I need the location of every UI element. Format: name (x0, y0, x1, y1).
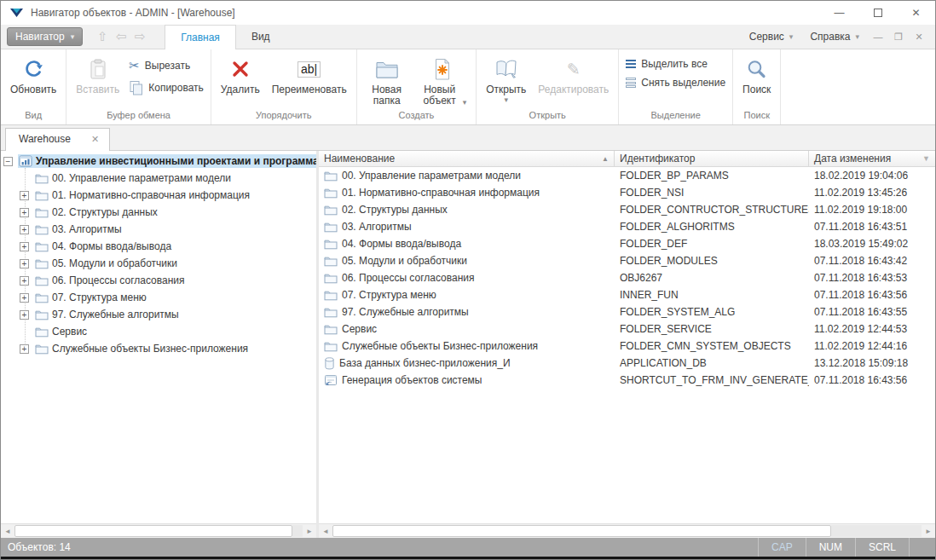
cell-name: 97. Служебные алгоритмы (342, 306, 469, 318)
ribbon-group-clipboard: Вставить ✂ Вырезать Коп (66, 49, 211, 124)
edit-button[interactable]: ✎ Редактировать (532, 52, 615, 95)
table-row[interactable]: 00. Управление параметрами модели FOLDER… (319, 167, 935, 184)
go-forward-button[interactable]: ⇨ (132, 29, 147, 44)
expand-icon[interactable] (20, 344, 29, 354)
expand-icon[interactable] (20, 276, 29, 286)
cell-date: 11.02.2019 12:44:16 (814, 340, 907, 352)
scroll-right-icon[interactable]: ► (303, 524, 316, 538)
cell-name: Служебные объекты Бизнес-приложения (342, 340, 538, 352)
cell-date: 13.12.2018 15:09:18 (814, 357, 908, 369)
cell-name: База данных бизнес-приложения_И (339, 357, 511, 369)
table-row[interactable]: 02. Структуры данных FOLDER_CONTRUCTOR_S… (319, 201, 935, 218)
table-horizontal-scrollbar[interactable]: ◄ ► (319, 523, 935, 538)
scroll-left-icon[interactable]: ◄ (1, 524, 14, 538)
expand-icon[interactable] (20, 259, 29, 268)
table-row[interactable]: 05. Модули и обработчики FOLDER_MODULES … (319, 252, 935, 269)
chevron-down-icon: ▾ (855, 32, 859, 41)
delete-button[interactable]: Удалить (215, 52, 266, 95)
tab-close-icon[interactable]: ✕ (91, 134, 99, 145)
window-maximize-button[interactable] (858, 1, 897, 25)
table-row[interactable]: 07. Структура меню INNER_FUN 07.11.2018 … (319, 286, 935, 303)
folder-icon (324, 204, 338, 216)
paste-label: Вставить (76, 84, 119, 95)
menu-help[interactable]: Справка ▾ (802, 31, 867, 43)
cell-date: 07.11.2018 16:43:56 (814, 289, 907, 301)
collapse-icon[interactable] (3, 157, 13, 166)
tree-item[interactable]: Сервис (1, 323, 316, 340)
scroll-thumb[interactable] (14, 525, 292, 537)
table-row[interactable]: Генерация объектов системы SHORTCUT_TO_F… (319, 372, 935, 389)
table-row[interactable]: 06. Процессы согласования OBJ6267 07.11.… (319, 269, 935, 286)
table-row[interactable]: 97. Служебные алгоритмы FOLDER_SYSTEM_AL… (319, 303, 935, 320)
search-button[interactable]: Поиск (737, 52, 777, 95)
new-folder-button[interactable]: Новая папка (361, 52, 413, 107)
open-book-icon (494, 54, 519, 84)
tree-item[interactable]: 05. Модули и обработчики (1, 255, 316, 272)
column-header-name[interactable]: Наименование ▲ (319, 151, 615, 166)
tree-item[interactable]: 02. Структуры данных (1, 204, 316, 221)
deselect-button[interactable]: Снять выделение (626, 77, 725, 89)
table-row[interactable]: База данных бизнес-приложения_И APPLICAT… (319, 355, 935, 372)
group-label-create: Создать (357, 108, 477, 124)
window-close-button[interactable]: ✕ (897, 1, 935, 25)
expand-icon[interactable] (20, 310, 29, 320)
ribbon-tab-view[interactable]: Вид (236, 25, 286, 49)
ribbon-minimize-button[interactable]: — (869, 32, 887, 42)
rename-button[interactable]: ab| Переименовать (266, 52, 353, 95)
expand-icon[interactable] (20, 208, 29, 217)
tree-root-item[interactable]: Управление инвестиционными проектами и п… (1, 153, 316, 170)
copy-button[interactable]: Копировать (129, 80, 204, 95)
copy-icon (129, 80, 143, 95)
tree-item[interactable]: 03. Алгоритмы (1, 221, 316, 238)
column-header-date[interactable]: Дата изменения ▼ (809, 151, 935, 166)
expand-icon[interactable] (20, 225, 29, 234)
scroll-thumb[interactable] (332, 525, 831, 537)
ribbon-group-open: Открыть ▾ ✎ Редактировать Открыть (477, 49, 619, 124)
tree-item[interactable]: 00. Управление параметрами модели (1, 170, 316, 187)
child-restore-button[interactable]: ❐ (889, 32, 908, 43)
copy-label: Копировать (148, 82, 204, 94)
table-row[interactable]: 04. Формы ввода/вывода FOLDER_DEF 18.03.… (319, 235, 935, 252)
select-all-button[interactable]: Выделить все (626, 58, 725, 70)
scroll-track[interactable] (831, 525, 922, 537)
scroll-right-icon[interactable]: ► (922, 524, 935, 538)
group-label-clipboard: Буфер обмена (66, 108, 211, 124)
document-tab-warehouse[interactable]: Warehouse ✕ (5, 128, 110, 151)
table-row[interactable]: Сервис FOLDER_SERVICE 11.02.2019 12:44:5… (319, 320, 935, 338)
column-header-id[interactable]: Идентификатор (615, 151, 809, 166)
child-close-button[interactable]: ✕ (910, 32, 928, 43)
tree-item[interactable]: 07. Структура меню (1, 289, 316, 306)
expand-icon[interactable] (20, 293, 29, 303)
tree-item[interactable]: 04. Формы ввода/вывода (1, 238, 316, 255)
scroll-track[interactable] (292, 525, 303, 537)
document-tab-bar: Warehouse ✕ (1, 125, 935, 151)
refresh-button[interactable]: Обновить (4, 52, 62, 95)
paste-button[interactable]: Вставить (70, 52, 125, 95)
scroll-left-icon[interactable]: ◄ (319, 524, 332, 538)
tree-item[interactable]: Служебные объекты Бизнес-приложения (1, 340, 316, 357)
table-row[interactable]: Служебные объекты Бизнес-приложения FOLD… (319, 338, 935, 355)
open-button[interactable]: Открыть ▾ (480, 52, 532, 104)
ribbon-tab-home[interactable]: Главная (165, 25, 236, 49)
expand-icon[interactable] (20, 242, 29, 251)
table-row[interactable]: 03. Алгоритмы FOLDER_ALGHORITMS 07.11.20… (319, 218, 935, 235)
folder-icon (324, 170, 338, 182)
expand-icon[interactable] (20, 191, 29, 200)
go-up-button[interactable]: ⇧ (95, 29, 110, 44)
folder-icon (35, 240, 49, 252)
tree-item[interactable]: 06. Процессы согласования (1, 272, 316, 289)
table-row[interactable]: 01. Нормативно-справочная информация FOL… (319, 184, 935, 201)
cut-button[interactable]: ✂ Вырезать (129, 58, 204, 73)
window-minimize-button[interactable]: — (820, 1, 858, 25)
new-folder-icon (375, 54, 399, 84)
cell-date: 07.11.2018 16:43:56 (814, 374, 907, 386)
go-back-button[interactable]: ⇦ (113, 29, 129, 44)
filter-dropdown-icon[interactable]: ▼ (922, 154, 930, 163)
menu-service[interactable]: Сервис ▾ (742, 31, 801, 43)
tree-item[interactable]: 97. Служебные алгоритмы (1, 306, 316, 323)
navigator-app-button[interactable]: Навигатор ▾ (7, 27, 83, 46)
tree-horizontal-scrollbar[interactable]: ◄ ► (1, 523, 316, 538)
new-object-button[interactable]: Новый объект ▾ (413, 52, 473, 107)
tree-item[interactable]: 01. Нормативно-справочная информация (1, 187, 316, 204)
table-body: 00. Управление параметрами модели FOLDER… (319, 167, 935, 523)
